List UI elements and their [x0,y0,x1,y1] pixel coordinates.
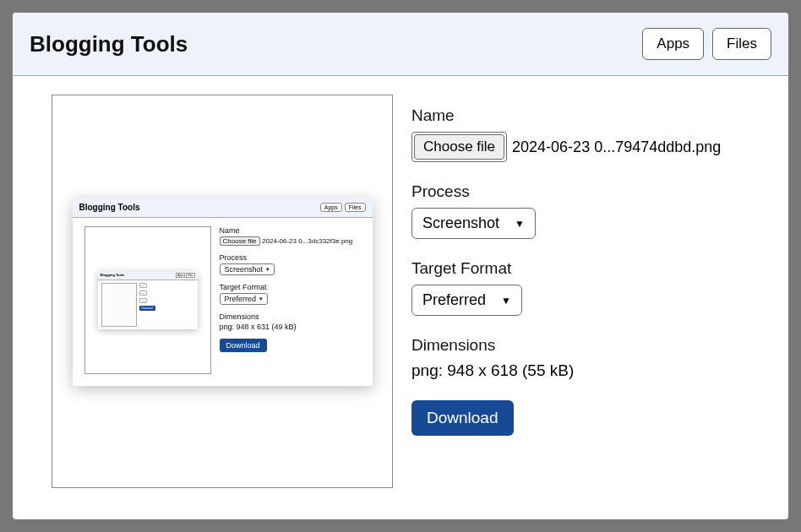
selected-filename: 2024-06-23 0...79474ddbd.png [512,138,721,156]
thumb-name-label: Name [220,226,361,235]
app-window: Blogging Tools Apps Files Blogging Tools… [13,13,788,519]
preview-thumbnail-inner: Blogging Tools Apps Files — — [98,271,198,329]
form-panel: Name Choose file 2024-06-23 0...79474ddb… [411,95,749,488]
thumb-download-button: Download [220,339,267,352]
thumb-format-label: Target Format [220,283,361,291]
chevron-down-icon: ▼ [501,295,511,307]
dimensions-value: png: 948 x 618 (55 kB) [411,361,749,380]
thumb-format-select: Preferred [220,293,269,305]
thumb-filename: 2024-06-23 0...3dc332f3e.png [262,237,352,245]
thumb-dims-label: Dimensions [220,312,361,321]
process-select-value: Screenshot [422,214,499,232]
thumb-choose-file: Choose file [220,236,260,246]
files-button[interactable]: Files [712,28,771,60]
thumb-process-select: Screenshot [220,263,275,275]
process-select[interactable]: Screenshot ▼ [411,208,536,239]
chevron-down-icon: ▼ [515,218,525,230]
thumb2-download: Download [139,306,155,311]
page-title: Blogging Tools [30,31,188,57]
name-label: Name [411,106,749,125]
format-select-value: Preferred [422,291,486,309]
thumb2-files: Files [186,273,194,278]
thumb-dims-value: png: 948 x 631 (49 kB) [220,323,361,331]
thumb2-apps: Apps [176,273,185,278]
format-select[interactable]: Preferred ▼ [411,285,522,316]
preview-thumbnail: Blogging Tools Apps Files Blogging Tools [73,198,373,386]
choose-file-button[interactable]: Choose file [414,134,504,160]
thumb2-title: Blogging Tools [101,273,125,278]
header-buttons: Apps Files [642,28,771,60]
header: Blogging Tools Apps Files [13,13,788,76]
format-label: Target Format [411,259,749,278]
preview-pane: Blogging Tools Apps Files Blogging Tools [52,95,393,488]
download-button[interactable]: Download [411,400,514,436]
process-label: Process [411,182,749,201]
thumb-apps-button: Apps [320,203,342,212]
thumb-process-label: Process [220,253,361,262]
apps-button[interactable]: Apps [642,28,704,60]
main: Blogging Tools Apps Files Blogging Tools [13,76,788,507]
thumb-files-button: Files [345,203,366,212]
dimensions-label: Dimensions [411,336,749,355]
thumb-title: Blogging Tools [79,203,140,212]
